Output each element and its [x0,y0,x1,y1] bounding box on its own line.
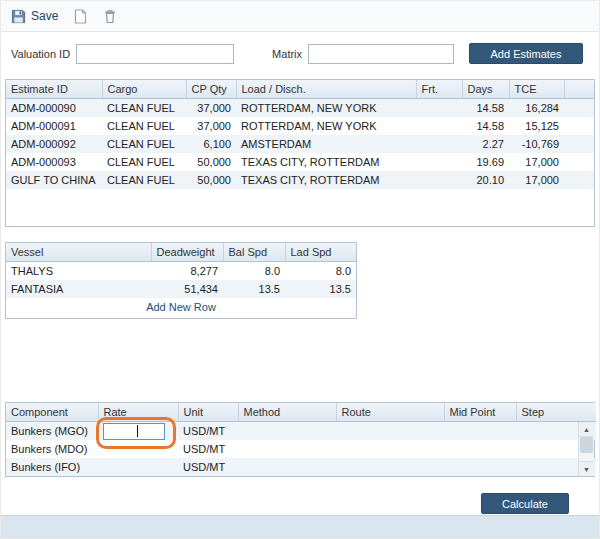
table-row[interactable]: ADM-000090CLEAN FUEL37,000ROTTERDAM, NEW… [6,99,595,118]
cell: 15,125 [509,117,564,135]
header-form: Valuation ID Matrix Add Estimates [11,43,583,64]
cell [416,135,462,153]
vessels-table: VesselDeadweightBal SpdLad Spd THALYS8,2… [6,243,356,298]
scrollbar-thumb[interactable] [580,437,593,453]
column-header: Unit [178,403,238,422]
save-icon [11,9,26,24]
cell [416,99,462,118]
cell [416,153,462,171]
cell [564,135,595,153]
valuation-id-input[interactable] [76,44,234,64]
column-header: Step [516,403,596,422]
cell: 8,277 [151,262,223,281]
cell: 13.5 [285,280,356,298]
cell [238,422,336,441]
column-header: Route [336,403,444,422]
cell: 13.5 [223,280,285,298]
components-table: ComponentRateUnitMethodRouteMid PointSte… [6,403,596,476]
cell: USD/MT [178,458,238,476]
table-row[interactable]: THALYS8,2778.08.0 [6,262,356,281]
rate-input[interactable] [103,423,165,440]
cell: ADM-000090 [6,99,102,118]
cell [444,440,516,458]
cell: 19.69 [462,153,509,171]
rate-cell[interactable] [98,440,178,458]
scroll-down-icon: ▼ [583,466,590,473]
vessels-panel: VesselDeadweightBal SpdLad Spd THALYS8,2… [5,242,357,319]
cell: Bunkers (MGO) [6,422,98,441]
cell: 50,000 [186,171,236,189]
cell: FANTASIA [6,280,151,298]
cell: 17,000 [509,171,564,189]
cell: USD/MT [178,422,238,441]
component-row[interactable]: Bunkers (MDO)USD/MT [6,440,596,458]
trash-icon [103,9,117,24]
delete-button[interactable] [103,9,117,24]
column-header: Estimate ID [6,80,102,99]
cell: AMSTERDAM [236,135,416,153]
cell: 6,100 [186,135,236,153]
cell: 37,000 [186,117,236,135]
cell: 14.58 [462,99,509,118]
scroll-up-icon: ▲ [583,426,590,433]
scroll-up-button[interactable]: ▲ [579,422,594,437]
components-panel: ComponentRateUnitMethodRouteMid PointSte… [5,402,595,477]
cell: CLEAN FUEL [102,135,186,153]
component-row[interactable]: Bunkers (IFO)USD/MT [6,458,596,476]
components-header-row: ComponentRateUnitMethodRouteMid PointSte… [6,403,596,422]
cell: ADM-000093 [6,153,102,171]
cell [564,117,595,135]
footer-actions: Calculate [1,493,569,514]
cell: ADM-000092 [6,135,102,153]
matrix-input[interactable] [308,44,454,64]
cell: USD/MT [178,440,238,458]
column-header: Deadweight [151,243,223,262]
calculate-button[interactable]: Calculate [481,493,569,514]
valuation-id-label: Valuation ID [11,48,70,60]
table-row[interactable]: ADM-000092CLEAN FUEL6,100AMSTERDAM2.27-1… [6,135,595,153]
column-header: Load / Disch. [236,80,416,99]
vertical-scrollbar[interactable]: ▲ ▼ [578,422,594,476]
cell: 37,000 [186,99,236,118]
table-row[interactable]: GULF TO CHINACLEAN FUEL50,000TEXAS CITY,… [6,171,595,189]
cell [336,458,444,476]
cell: 17,000 [509,153,564,171]
cell [444,458,516,476]
add-new-row-link[interactable]: Add New Row [6,301,356,313]
cell [416,117,462,135]
table-row[interactable]: ADM-000091CLEAN FUEL37,000ROTTERDAM, NEW… [6,117,595,135]
column-header: Frt. [416,80,462,99]
column-header: Lad Spd [285,243,356,262]
rate-cell[interactable] [98,458,178,476]
estimates-panel: Estimate IDCargoCP QtyLoad / Disch.Frt.D… [5,79,595,227]
cell [336,422,444,441]
cell: ROTTERDAM, NEW YORK [236,99,416,118]
cell: 8.0 [223,262,285,281]
save-button[interactable]: Save [11,9,58,24]
cell: -10,769 [509,135,564,153]
component-row[interactable]: Bunkers (MGO)USD/MT [6,422,596,441]
status-bar [1,515,599,538]
cell: THALYS [6,262,151,281]
table-row[interactable]: FANTASIA51,43413.513.5 [6,280,356,298]
cell: 8.0 [285,262,356,281]
column-header-filler [564,80,595,99]
cell [238,458,336,476]
vessels-header-row: VesselDeadweightBal SpdLad Spd [6,243,356,262]
valuation-window: Save Valuation ID Matrix Add Estimates [0,0,600,539]
save-label: Save [31,9,58,23]
cell [416,171,462,189]
cell: GULF TO CHINA [6,171,102,189]
table-row[interactable]: ADM-000093CLEAN FUEL50,000TEXAS CITY, RO… [6,153,595,171]
new-document-button[interactable] [74,9,87,24]
cell: ROTTERDAM, NEW YORK [236,117,416,135]
cell: CLEAN FUEL [102,99,186,118]
cell: CLEAN FUEL [102,117,186,135]
rate-cell[interactable] [98,422,178,441]
cell: 20.10 [462,171,509,189]
add-estimates-button[interactable]: Add Estimates [469,43,583,64]
column-header: Component [6,403,98,422]
column-header: Cargo [102,80,186,99]
cell: 14.58 [462,117,509,135]
scroll-down-button[interactable]: ▼ [579,461,594,476]
